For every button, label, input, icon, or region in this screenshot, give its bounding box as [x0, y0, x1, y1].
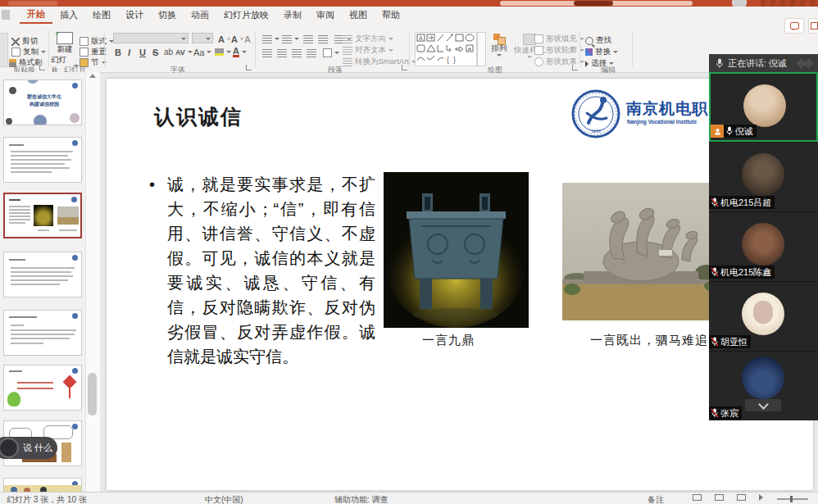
replace-button[interactable]: 替换 — [585, 47, 618, 57]
tab-record[interactable]: 录制 — [276, 7, 309, 23]
avatar — [742, 153, 784, 196]
tab-animations[interactable]: 动画 — [184, 7, 216, 23]
participant-tile[interactable]: 机电215陈鑫 — [709, 211, 818, 281]
cut-button[interactable]: 剪切 — [11, 36, 38, 47]
justify-button[interactable] — [307, 48, 316, 58]
outline-icon — [534, 46, 543, 55]
decrease-indent-button[interactable] — [303, 34, 313, 44]
paste-button[interactable] — [0, 33, 8, 67]
language-label[interactable]: 中文(中国) — [205, 494, 243, 504]
participant-tile[interactable]: 胡亚恒 — [709, 281, 818, 351]
arrange-button[interactable]: 排列 — [489, 34, 510, 57]
participant-tile[interactable]: 机电215吕超 — [709, 142, 818, 211]
find-button[interactable]: 查找 — [585, 35, 611, 46]
drawing-dialog-launcher[interactable] — [572, 65, 578, 70]
slide-sorter-icon[interactable] — [715, 494, 724, 501]
clipboard-dialog-launcher[interactable] — [39, 65, 45, 70]
image-bronze-ding[interactable] — [384, 172, 529, 328]
accessibility-label[interactable]: 辅助功能: 调查 — [334, 494, 389, 504]
participant-tile[interactable]: 张宸 — [709, 351, 818, 420]
highlight-color-button[interactable] — [215, 47, 231, 57]
shape-fill-button[interactable]: 形状填充 — [534, 34, 584, 44]
tab-help[interactable]: 帮助 — [375, 7, 407, 23]
tab-review[interactable]: 审阅 — [309, 7, 342, 23]
align-left-icon — [262, 49, 272, 57]
text-spacing-button[interactable]: AV — [175, 47, 193, 57]
group-label-font: 字体 — [170, 65, 185, 75]
file-tab-stub[interactable] — [2, 10, 10, 20]
columns-button[interactable] — [323, 48, 339, 58]
italic-button[interactable]: I — [128, 47, 130, 57]
font-size-combo[interactable] — [192, 33, 213, 43]
titlebar-document-name — [574, 1, 613, 6]
align-right-icon — [292, 49, 302, 57]
slide-body-text[interactable]: 诚，就是要实事求是，不扩大，不缩小；“信”，即有信用、讲信誉、守信义、不虚假。可… — [167, 172, 375, 369]
widget-text: 说 什么 — [23, 442, 52, 454]
strikethrough-button[interactable]: S — [152, 47, 158, 57]
bullets-icon — [262, 35, 272, 43]
meeting-header[interactable]: 正在讲话: 倪诚 — [709, 54, 818, 72]
align-left-button[interactable] — [262, 48, 272, 58]
comments-button[interactable] — [784, 18, 804, 34]
floating-media-widget[interactable]: 说 什么 — [0, 437, 57, 459]
font-dialog-launcher[interactable] — [246, 65, 252, 70]
thumbnail-scrollbar[interactable] — [85, 72, 100, 492]
increase-indent-button[interactable] — [318, 34, 328, 44]
tab-draw[interactable]: 绘图 — [85, 7, 118, 23]
grow-font-button[interactable]: A˄ — [218, 34, 230, 44]
notes-button[interactable]: 备注 — [648, 494, 664, 504]
scroll-up-icon[interactable] — [89, 74, 96, 78]
collapse-panel-button[interactable] — [745, 399, 781, 411]
text-direction-button[interactable]: 文字方向 — [343, 34, 393, 44]
participant-tile[interactable]: 倪诚 — [709, 72, 818, 142]
thumbnail-slide-8[interactable] — [3, 478, 82, 493]
align-center-button[interactable] — [277, 48, 287, 58]
clear-formatting-button[interactable]: A — [244, 34, 251, 44]
thumbnail-slide-1[interactable]: 塑造诚信大学生构建诚信校园 — [3, 79, 82, 125]
slide-canvas[interactable]: 认识诚信 1978 南京机电职 Nanjing Vocational Insti… — [107, 79, 813, 490]
tab-slideshow[interactable]: 幻灯片放映 — [216, 7, 276, 23]
font-color-button[interactable]: A — [233, 47, 247, 57]
reading-view-icon[interactable] — [737, 494, 746, 501]
tab-transitions[interactable]: 切换 — [151, 7, 184, 23]
thumbnail-slide-6[interactable] — [3, 365, 82, 411]
thumbnail-slide-3-selected[interactable] — [3, 193, 82, 238]
image-horse-sculpture[interactable] — [562, 183, 720, 320]
thumbnail-slide-5[interactable] — [3, 310, 82, 356]
window-controls[interactable] — [761, 0, 818, 7]
mic-muted-icon — [711, 337, 719, 347]
shrink-font-button[interactable]: A˅ — [231, 34, 243, 44]
bullets-button[interactable] — [262, 34, 279, 44]
reset-button[interactable]: 重置 — [80, 47, 107, 57]
slideshow-icon[interactable] — [759, 494, 763, 501]
zoom-slider-thumb[interactable] — [790, 496, 793, 502]
align-right-button[interactable] — [292, 48, 302, 58]
shape-outline-button[interactable]: 形状轮廓 — [534, 45, 584, 56]
slide-title[interactable]: 认识诚信 — [154, 103, 243, 130]
shapes-scroll[interactable] — [477, 32, 486, 66]
speaking-label: 正在讲话: 倪诚 — [728, 57, 787, 70]
thumbnail-slide-2[interactable] — [3, 137, 82, 183]
font-name-combo[interactable] — [113, 33, 189, 43]
bold-button[interactable]: B — [115, 47, 121, 57]
thumbnail-slide-4[interactable] — [3, 252, 82, 297]
copy-button[interactable]: 复制 — [11, 47, 46, 57]
align-text-button[interactable]: 对齐文本 — [343, 45, 393, 56]
share-button[interactable] — [808, 18, 818, 34]
scrollbar-thumb[interactable] — [88, 373, 97, 415]
tab-view[interactable]: 视图 — [342, 7, 375, 23]
layout-button[interactable]: 版式 — [80, 36, 114, 47]
underline-button[interactable]: U — [139, 47, 146, 57]
widget-knob-icon[interactable] — [0, 438, 19, 458]
shapes-gallery[interactable]: A { } — [415, 32, 477, 66]
tab-design[interactable]: 设计 — [118, 7, 151, 23]
ribbon-tabs: 开始 插入 绘图 设计 切换 动画 幻灯片放映 录制 审阅 视图 帮助 — [20, 7, 407, 23]
zoom-slider[interactable] — [777, 498, 808, 500]
numbering-button[interactable] — [282, 34, 299, 44]
paragraph-dialog-launcher[interactable] — [402, 65, 407, 70]
character-spacing-button[interactable]: ab — [164, 47, 173, 57]
tab-insert[interactable]: 插入 — [52, 7, 85, 23]
tab-home[interactable]: 开始 — [20, 6, 52, 24]
change-case-button[interactable]: Aa — [193, 47, 211, 57]
normal-view-icon[interactable] — [693, 494, 702, 501]
